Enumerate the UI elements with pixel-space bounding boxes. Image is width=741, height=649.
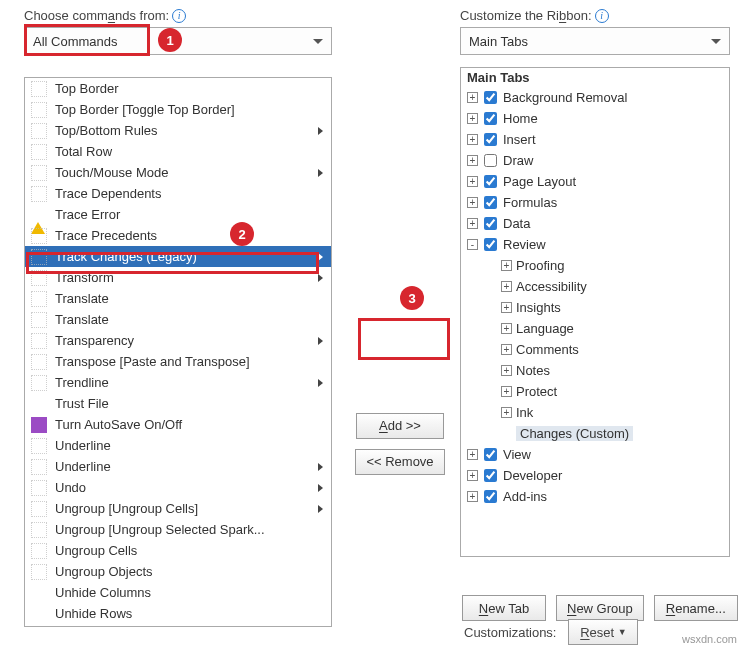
command-item[interactable]: Ungroup Cells (25, 540, 331, 561)
command-item[interactable]: Translate (25, 288, 331, 309)
expand-icon[interactable]: + (467, 92, 478, 103)
tree-item[interactable]: +Data (461, 213, 729, 234)
tree-item[interactable]: -Review (461, 234, 729, 255)
tree-item[interactable]: +Formulas (461, 192, 729, 213)
tree-item[interactable]: +Page Layout (461, 171, 729, 192)
tree-item-label: Protect (516, 384, 557, 399)
tab-visible-checkbox[interactable] (484, 238, 497, 251)
command-icon (31, 543, 47, 559)
command-item[interactable]: Translate (25, 309, 331, 330)
tab-visible-checkbox[interactable] (484, 154, 497, 167)
tab-visible-checkbox[interactable] (484, 133, 497, 146)
expand-icon[interactable]: + (501, 302, 512, 313)
tree-item[interactable]: +Draw (461, 150, 729, 171)
command-item[interactable]: Touch/Mouse Mode (25, 162, 331, 183)
command-item[interactable]: Trace Dependents (25, 183, 331, 204)
expand-icon[interactable]: + (467, 470, 478, 481)
command-item[interactable]: Top Border (25, 78, 331, 99)
command-item[interactable]: Unhide Sheet... [Unhide Sheets] (25, 624, 331, 626)
rename-button[interactable]: Rename... (654, 595, 738, 621)
expand-icon[interactable]: + (467, 218, 478, 229)
tree-item[interactable]: +Protect (461, 381, 729, 402)
expand-icon[interactable]: + (467, 449, 478, 460)
reset-button[interactable]: Reset ▼ (568, 619, 638, 645)
command-item[interactable]: Ungroup [Ungroup Selected Spark... (25, 519, 331, 540)
command-item[interactable]: Transparency (25, 330, 331, 351)
command-item[interactable]: Underline (25, 456, 331, 477)
tree-item[interactable]: +Background Removal (461, 87, 729, 108)
command-label: Translate (55, 291, 109, 306)
tab-visible-checkbox[interactable] (484, 91, 497, 104)
command-item[interactable]: Transpose [Paste and Transpose] (25, 351, 331, 372)
expand-icon[interactable]: + (501, 386, 512, 397)
tree-item-label: Page Layout (503, 174, 576, 189)
tab-visible-checkbox[interactable] (484, 175, 497, 188)
command-item[interactable]: Track Changes (Legacy) (25, 246, 331, 267)
new-tab-button[interactable]: New Tab (462, 595, 546, 621)
expand-icon[interactable]: + (501, 260, 512, 271)
command-item[interactable]: Turn AutoSave On/Off (25, 414, 331, 435)
expand-icon[interactable]: + (467, 155, 478, 166)
expand-icon[interactable]: + (501, 281, 512, 292)
tab-visible-checkbox[interactable] (484, 112, 497, 125)
expand-icon[interactable]: + (501, 323, 512, 334)
tree-item[interactable]: +View (461, 444, 729, 465)
tree-item[interactable]: +Insert (461, 129, 729, 150)
tree-item-label: Home (503, 111, 538, 126)
command-item[interactable]: Top Border [Toggle Top Border] (25, 99, 331, 120)
command-item[interactable]: Ungroup [Ungroup Cells] (25, 498, 331, 519)
expand-icon[interactable]: + (467, 176, 478, 187)
tree-item[interactable]: +Insights (461, 297, 729, 318)
expand-icon[interactable]: + (501, 344, 512, 355)
customize-ribbon-combo[interactable]: Main Tabs (460, 27, 730, 55)
expand-icon[interactable]: + (467, 113, 478, 124)
tab-visible-checkbox[interactable] (484, 490, 497, 503)
command-item[interactable]: Trendline (25, 372, 331, 393)
new-group-button[interactable]: New Group (556, 595, 644, 621)
command-item[interactable]: Unhide Rows (25, 603, 331, 624)
tree-item[interactable]: +Notes (461, 360, 729, 381)
command-icon (31, 375, 47, 391)
tab-visible-checkbox[interactable] (484, 196, 497, 209)
tree-item[interactable]: +Home (461, 108, 729, 129)
command-item[interactable]: Total Row (25, 141, 331, 162)
tree-item[interactable]: +Proofing (461, 255, 729, 276)
command-icon (31, 522, 47, 538)
command-item[interactable]: Trace Error (25, 204, 331, 225)
command-item[interactable]: Transform (25, 267, 331, 288)
command-item[interactable]: Undo (25, 477, 331, 498)
tree-item[interactable]: +Language (461, 318, 729, 339)
command-item[interactable]: Underline (25, 435, 331, 456)
command-item[interactable]: Trust File (25, 393, 331, 414)
command-item[interactable]: Top/Bottom Rules (25, 120, 331, 141)
tree-item[interactable]: +Comments (461, 339, 729, 360)
command-icon (31, 312, 47, 328)
commands-listbox[interactable]: Top BorderTop Border [Toggle Top Border]… (24, 77, 332, 627)
tree-item[interactable]: +Developer (461, 465, 729, 486)
tree-item[interactable]: +Add-ins (461, 486, 729, 507)
tree-item-label: Review (503, 237, 546, 252)
expand-icon[interactable]: + (467, 491, 478, 502)
expand-icon[interactable]: + (467, 134, 478, 145)
ribbon-tree[interactable]: Main Tabs +Background Removal+Home+Inser… (460, 67, 730, 557)
command-label: Top Border [Toggle Top Border] (55, 102, 235, 117)
command-icon (31, 396, 47, 412)
tab-visible-checkbox[interactable] (484, 469, 497, 482)
command-item[interactable]: Ungroup Objects (25, 561, 331, 582)
command-item[interactable]: Unhide Columns (25, 582, 331, 603)
expand-icon[interactable]: + (501, 407, 512, 418)
add-button[interactable]: Add >> (356, 413, 444, 439)
command-item[interactable]: Trace Precedents (25, 225, 331, 246)
callout-badge-3: 3 (400, 286, 424, 310)
info-icon[interactable]: i (172, 9, 186, 23)
tree-item[interactable]: +Ink (461, 402, 729, 423)
tree-item[interactable]: +Accessibility (461, 276, 729, 297)
tab-visible-checkbox[interactable] (484, 448, 497, 461)
collapse-icon[interactable]: - (467, 239, 478, 250)
expand-icon[interactable]: + (501, 365, 512, 376)
remove-button[interactable]: << Remove (355, 449, 444, 475)
tree-item[interactable]: Changes (Custom) (461, 423, 729, 444)
tab-visible-checkbox[interactable] (484, 217, 497, 230)
expand-icon[interactable]: + (467, 197, 478, 208)
info-icon[interactable]: i (595, 9, 609, 23)
